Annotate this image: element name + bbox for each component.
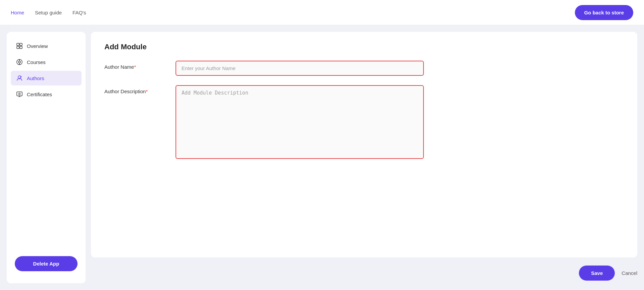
nav-faqs[interactable]: FAQ's <box>72 10 86 15</box>
sidebar-item-courses[interactable]: Courses <box>11 55 82 69</box>
action-row: Save Cancel <box>91 263 637 283</box>
svg-point-5 <box>18 61 20 63</box>
svg-rect-1 <box>20 43 22 46</box>
save-button[interactable]: Save <box>579 266 615 281</box>
top-nav: Home Setup guide FAQ's Go back to store <box>0 0 644 25</box>
author-description-label: Author Description* <box>104 85 165 94</box>
sidebar-item-courses-label: Courses <box>27 59 46 65</box>
cancel-button[interactable]: Cancel <box>622 270 637 276</box>
author-name-label: Author Name* <box>104 61 165 70</box>
author-description-required: * <box>146 89 148 94</box>
overview-icon <box>16 43 23 49</box>
sidebar: Overview Courses <box>7 32 86 283</box>
svg-rect-3 <box>20 46 22 49</box>
nav-home[interactable]: Home <box>11 10 24 15</box>
nav-links: Home Setup guide FAQ's <box>11 10 86 15</box>
svg-rect-0 <box>17 43 19 46</box>
sidebar-menu: Overview Courses <box>7 39 86 102</box>
go-back-button[interactable]: Go back to store <box>575 5 633 20</box>
nav-setup-guide[interactable]: Setup guide <box>35 10 62 15</box>
author-name-row: Author Name* <box>104 61 624 76</box>
author-description-textarea[interactable] <box>176 85 424 159</box>
sidebar-item-overview-label: Overview <box>27 43 48 49</box>
sidebar-item-authors[interactable]: Authors <box>11 71 82 85</box>
authors-icon <box>16 75 23 81</box>
certificates-icon <box>16 91 23 98</box>
author-description-row: Author Description* <box>104 85 624 159</box>
sidebar-item-authors-label: Authors <box>27 75 44 81</box>
content-area: Add Module Author Name* Author Descripti… <box>91 32 637 283</box>
svg-point-10 <box>19 93 20 95</box>
author-name-required: * <box>134 64 136 70</box>
form-title: Add Module <box>104 43 624 51</box>
author-name-input[interactable] <box>176 61 424 76</box>
sidebar-item-certificates[interactable]: Certificates <box>11 87 82 102</box>
sidebar-bottom: Delete App <box>7 251 86 277</box>
svg-rect-9 <box>17 92 22 96</box>
main-layout: Overview Courses <box>0 25 644 290</box>
sidebar-item-overview[interactable]: Overview <box>11 39 82 53</box>
svg-rect-2 <box>17 46 19 49</box>
courses-icon <box>16 59 23 65</box>
form-card: Add Module Author Name* Author Descripti… <box>91 32 637 257</box>
sidebar-item-certificates-label: Certificates <box>27 92 52 97</box>
delete-app-button[interactable]: Delete App <box>15 256 78 271</box>
